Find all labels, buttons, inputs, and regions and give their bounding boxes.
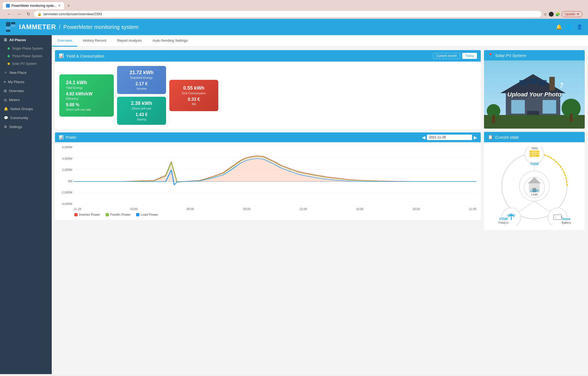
battery-value: None [562,217,571,221]
main-layout: ☰ All Places Single Phase System Three P… [0,35,588,374]
period-today-btn[interactable]: Today [462,53,477,59]
app-logo: IAMMETER [5,22,56,32]
sidebar: ☰ All Places Single Phase System Three P… [0,35,52,374]
load-label: Load [530,193,538,196]
new-place-label: New Place [10,71,26,75]
battery-node: None Battery [562,217,571,224]
meters-label: Meters [9,98,20,102]
period-current-month-btn[interactable]: Current month [433,53,460,59]
current-state-icon: 📋 [488,135,493,140]
exported-energy-label: Exported Energy [122,76,161,79]
new-tab-button[interactable]: + [65,2,72,9]
current-state-title: Current state [495,135,519,140]
load-node: 128W Load [530,189,538,196]
svg-rect-1 [11,22,15,24]
svg-rect-15 [511,100,525,114]
tab-auto-sending[interactable]: Auto-Sending Settings [147,35,193,47]
feedin-label: Feed-in [498,221,509,224]
legend-load-label: Load Power [141,213,158,217]
yield-card: 📊 Yield & Consumption Current month Toda… [55,50,481,129]
solar-pv-title: Solar PV System [495,53,526,58]
menu-icon: ☰ [4,38,7,42]
svg-rect-22 [549,77,555,90]
sidebar-item-community[interactable]: 💬 Community [0,113,52,122]
legend-feedin: FeedIn Power [106,213,131,217]
address-bar[interactable]: 🔒 iammeter.com/dz/user/overview/2393 [34,11,541,17]
logo-divider: / [59,23,61,31]
notice-groups-label: Notice Groups [10,107,33,111]
x-label-2100: 21:00 [469,207,476,211]
solar-pv-label: Solar PV System [12,62,37,66]
yield-main-card: 24.1 kWh Yield Energy 4.82 kWh/kW Effici… [59,74,114,117]
back-button[interactable]: ← [5,11,13,17]
yield-label: Yield [531,147,538,150]
tab-history[interactable]: History Record [77,35,112,47]
saving-value: 1.43 € [122,112,161,117]
svg-rect-19 [519,80,528,86]
location-icon: 📍 [488,53,493,58]
yield-period-controls: Current month Today [433,53,477,59]
legend-inverter-color [74,213,78,216]
next-date-btn[interactable]: ▶ [474,135,477,140]
x-label-1500: 15:00 [356,207,364,211]
sidebar-item-notice-groups[interactable]: 🔔 Notice Groups [0,104,52,113]
sidebar-item-overview[interactable]: ⊞ Overview [0,86,52,95]
legend-inverter-label: Inverter Power [79,213,100,217]
sidebar-item-my-places[interactable]: ≡ My Places [0,77,52,86]
dashboard-grid: 📊 Yield & Consumption Current month Toda… [52,47,588,233]
yield-value-label: 703W [530,162,538,166]
svg-rect-3 [6,27,10,29]
reload-button[interactable]: ↻ [25,11,32,17]
current-state-card: 📋 Current state [484,132,585,230]
x-label-0900: 09:00 [243,207,251,211]
tab-close-btn[interactable]: ✕ [58,4,61,8]
tab-overview[interactable]: Overview [52,35,77,47]
tab-report[interactable]: Report Analysis [112,35,147,47]
forward-button[interactable]: → [15,11,23,17]
sidebar-item-meters[interactable]: ◎ Meters [0,95,52,104]
notification-icon[interactable]: 🔔 [556,24,562,30]
language-icon[interactable]: 🌐 [566,24,572,30]
my-places-label: My Places [8,80,24,84]
tab-favicon [6,4,10,8]
battery-label: Battery [562,221,571,224]
extension-icon[interactable] [549,12,554,17]
saving-label: Saving [122,118,161,121]
left-column: 📊 Yield & Consumption Current month Toda… [55,50,481,230]
solar-pv-header: 📍 Solar PV System [484,50,585,60]
extensions-icon[interactable]: 🧩 [555,12,560,16]
browser-toolbar-right: ☆ 🧩 Update ▼ [544,11,583,17]
svg-rect-16 [543,100,556,114]
date-input[interactable] [427,135,472,140]
direct-self-use-card: 2.38 kWh Direct self-use 1.43 € Saving [117,97,166,125]
tab-title: PowerMeter monitoring syste... [11,4,56,8]
prev-date-btn[interactable]: ◀ [422,135,425,140]
power-chart-icon: 📊 [59,135,63,140]
all-places-header[interactable]: ☰ All Places [0,35,52,45]
sidebar-item-solar-pv[interactable]: Solar PV System [2,60,52,68]
grid-icon: ⊞ [4,89,7,93]
svg-rect-0 [6,22,10,26]
user-icon[interactable]: 👤 [577,24,583,30]
yield-energy-label: Yield Energy [66,86,107,89]
update-button[interactable]: Update ▼ [562,11,583,17]
solar-pv-dot [8,63,10,65]
tab-bar: PowerMeter monitoring syste... ✕ + [3,2,585,9]
community-icon: 💬 [4,116,8,120]
direct-self-use-value: 2.38 kWh [122,101,161,106]
sidebar-item-new-place[interactable]: ＋ New Place [0,68,52,77]
sidebar-item-three-phase[interactable]: Three Phase System [2,52,52,60]
star-icon[interactable]: ☆ [544,12,547,16]
browser-tab[interactable]: PowerMeter monitoring syste... ✕ [3,2,64,9]
bill-value: 0.33 € [176,97,212,102]
yield-center: 21.72 kWh Exported Energy 2.17 € Income … [117,66,166,125]
three-phase-label: Three Phase System [12,54,42,58]
sidebar-item-single-phase[interactable]: Single Phase System [2,45,52,52]
bill-label: Bill [176,102,212,106]
y-axis-labels: 6,000W 4,000W 2,000W 0W -2,000W -4,000W [59,145,74,205]
notice-icon: 🔔 [4,107,8,111]
single-phase-dot [8,47,10,50]
legend-feedin-label: FeedIn Power [110,213,131,217]
sidebar-item-settings[interactable]: ⚙ Settings [0,122,52,131]
power-card-header: 📊 Power ◀ ▶ [55,132,481,142]
